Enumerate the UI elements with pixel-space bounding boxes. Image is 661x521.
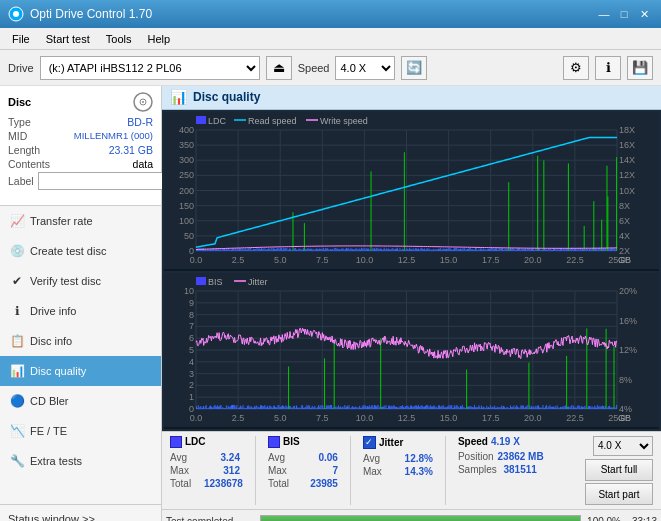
sidebar-item-transfer-rate[interactable]: 📈 Transfer rate (0, 206, 161, 236)
app-icon (8, 6, 24, 22)
sidebar-item-verify-test-disc[interactable]: ✔ Verify test disc (0, 266, 161, 296)
drive-select[interactable]: (k:) ATAPI iHBS112 2 PL06 (40, 56, 260, 80)
transfer-rate-icon: 📈 (10, 214, 24, 228)
sidebar-item-disc-quality[interactable]: 📊 Disc quality (0, 356, 161, 386)
menu-tools[interactable]: Tools (98, 31, 140, 47)
fe-te-icon: 📉 (10, 424, 24, 438)
progress-percent: 100.0% (585, 516, 621, 521)
position-val: 23862 MB (498, 451, 544, 462)
window-controls: — □ ✕ (595, 5, 653, 23)
sidebar: Disc Type BD-R MID MILLENMR1 (000) Lengt… (0, 86, 162, 521)
info-button[interactable]: ℹ (595, 56, 621, 80)
disc-icon (133, 92, 153, 112)
disc-quality-header: 📊 Disc quality (162, 86, 661, 110)
charts-container (162, 110, 661, 431)
status-window-button[interactable]: Status window >> (0, 505, 161, 521)
progress-bar-container (260, 515, 581, 521)
label-input[interactable] (38, 172, 167, 190)
bis-stats-col: BIS Avg 0.06 Max 7 Total 23985 (268, 436, 338, 506)
disc-title: Disc (8, 96, 31, 108)
drive-label: Drive (8, 62, 34, 74)
nav-list: 📈 Transfer rate 💿 Create test disc ✔ Ver… (0, 206, 161, 476)
jitter-stats-header: Jitter (379, 437, 403, 448)
type-key: Type (8, 116, 31, 128)
speed-dropdown[interactable]: 4.0 X (593, 436, 653, 456)
fe-te-label: FE / TE (30, 425, 67, 437)
bis-legend-box (268, 436, 280, 448)
bis-chart (164, 273, 659, 427)
ldc-stats-col: LDC Avg 3.24 Max 312 Total 1238678 (170, 436, 243, 506)
cd-bler-icon: 🔵 (10, 394, 24, 408)
mid-key: MID (8, 130, 27, 142)
bis-avg-val: 0.06 (302, 452, 338, 463)
maximize-button[interactable]: □ (615, 5, 633, 23)
sidebar-item-disc-info[interactable]: 📋 Disc info (0, 326, 161, 356)
contents-val: data (133, 158, 153, 170)
max-label-jitter: Max (363, 466, 393, 477)
start-full-button[interactable]: Start full (585, 459, 653, 481)
disc-panel: Disc Type BD-R MID MILLENMR1 (000) Lengt… (0, 86, 161, 206)
bis-stats-header: BIS (283, 436, 300, 447)
ldc-legend-box (170, 436, 182, 448)
jitter-avg-val: 12.8% (397, 453, 433, 464)
speed-select[interactable]: 4.0 X (335, 56, 395, 80)
label-key: Label (8, 175, 34, 187)
avg-label-ldc: Avg (170, 452, 200, 463)
refresh-button[interactable]: 🔄 (401, 56, 427, 80)
dq-header-title: Disc quality (193, 90, 260, 104)
stats-panel: LDC Avg 3.24 Max 312 Total 1238678 (162, 431, 661, 510)
svg-point-4 (142, 101, 144, 103)
bis-total-val: 23985 (302, 478, 338, 489)
sidebar-item-extra-tests[interactable]: 🔧 Extra tests (0, 446, 161, 476)
drive-info-label: Drive info (30, 305, 76, 317)
start-part-button[interactable]: Start part (585, 483, 653, 505)
cd-bler-label: CD Bler (30, 395, 69, 407)
max-label-bis: Max (268, 465, 298, 476)
length-key: Length (8, 144, 40, 156)
length-val: 23.31 GB (109, 144, 153, 156)
minimize-button[interactable]: — (595, 5, 613, 23)
sidebar-item-fe-te[interactable]: 📉 FE / TE (0, 416, 161, 446)
jitter-stats-col: ✓ Jitter Avg 12.8% Max 14.3% (363, 436, 433, 506)
save-button[interactable]: 💾 (627, 56, 653, 80)
dq-header-icon: 📊 (170, 89, 187, 105)
main-container: Disc Type BD-R MID MILLENMR1 (000) Lengt… (0, 86, 661, 521)
close-button[interactable]: ✕ (635, 5, 653, 23)
samples-val: 381511 (501, 464, 537, 475)
mid-val: MILLENMR1 (000) (74, 130, 153, 142)
drive-info-icon: ℹ (10, 304, 24, 318)
extra-tests-label: Extra tests (30, 455, 82, 467)
disc-quality-label: Disc quality (30, 365, 86, 377)
sidebar-item-cd-bler[interactable]: 🔵 CD Bler (0, 386, 161, 416)
ldc-chart-wrapper (164, 112, 659, 271)
buttons-col: 4.0 X Start full Start part (585, 436, 653, 506)
position-label: Position (458, 451, 494, 462)
menu-help[interactable]: Help (139, 31, 178, 47)
verify-disc-icon: ✔ (10, 274, 24, 288)
ldc-stats-header: LDC (185, 436, 206, 447)
jitter-max-val: 14.3% (397, 466, 433, 477)
jitter-checkbox[interactable]: ✓ (363, 436, 376, 449)
avg-label-jitter: Avg (363, 453, 393, 464)
transfer-rate-label: Transfer rate (30, 215, 93, 227)
speed-label: Speed (298, 62, 330, 74)
menu-start-test[interactable]: Start test (38, 31, 98, 47)
menu-bar: File Start test Tools Help (0, 28, 661, 50)
menu-file[interactable]: File (4, 31, 38, 47)
speed-stats-col: Speed 4.19 X Position 23862 MB Samples 3… (458, 436, 544, 506)
speed-stats-val: 4.19 X (491, 436, 520, 447)
settings-button[interactable]: ⚙ (563, 56, 589, 80)
progress-status-text: Test completed (166, 516, 256, 521)
type-val: BD-R (127, 116, 153, 128)
contents-key: Contents (8, 158, 50, 170)
ldc-avg-val: 3.24 (204, 452, 240, 463)
progress-area: Test completed 100.0% 33:13 (162, 509, 661, 521)
extra-tests-icon: 🔧 (10, 454, 24, 468)
sidebar-item-drive-info[interactable]: ℹ Drive info (0, 296, 161, 326)
sidebar-item-create-test-disc[interactable]: 💿 Create test disc (0, 236, 161, 266)
divider3 (445, 436, 446, 506)
bis-max-val: 7 (302, 465, 338, 476)
svg-point-1 (13, 11, 19, 17)
create-disc-label: Create test disc (30, 245, 106, 257)
eject-button[interactable]: ⏏ (266, 56, 292, 80)
